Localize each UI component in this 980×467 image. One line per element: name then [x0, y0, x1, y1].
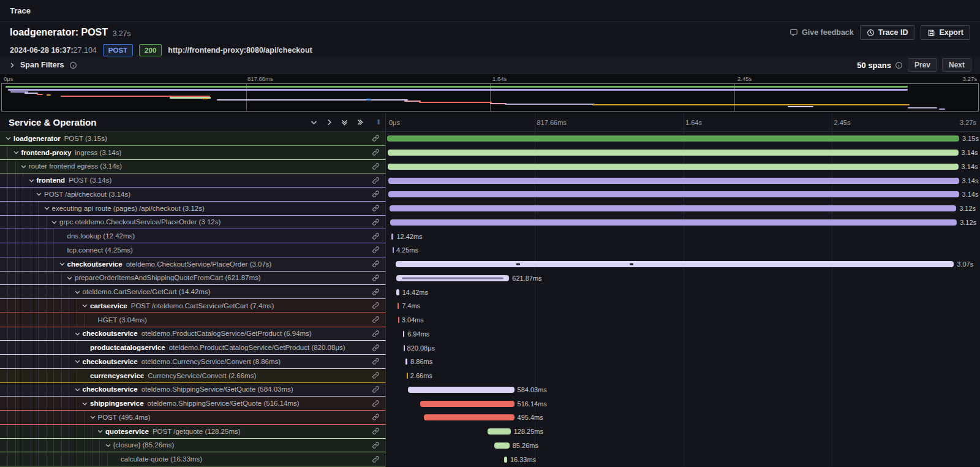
expander-chevron-icon[interactable] [20, 163, 29, 170]
duration-bar[interactable] [393, 247, 394, 253]
span-row[interactable]: POST (495.4ms)495.4ms [0, 411, 980, 425]
link-icon[interactable] [366, 411, 385, 424]
link-icon[interactable] [366, 173, 385, 187]
link-icon[interactable] [366, 243, 385, 257]
span-row-left[interactable]: prepareOrderItemsAndShippingQuoteFromCar… [0, 271, 386, 286]
span-row-left[interactable]: grpc.oteldemo.CheckoutService/PlaceOrder… [0, 216, 386, 230]
expander-chevron-icon[interactable] [74, 386, 83, 393]
span-row[interactable]: shippingserviceoteldemo.ShippingService/… [0, 397, 980, 411]
link-icon[interactable] [366, 355, 385, 368]
expander-chevron-icon[interactable] [81, 302, 90, 309]
expander-chevron-icon[interactable] [74, 358, 83, 365]
link-icon[interactable] [366, 341, 385, 354]
expand-all-icon[interactable] [341, 118, 349, 126]
link-icon[interactable] [366, 397, 385, 410]
link-icon[interactable] [366, 257, 385, 271]
link-icon[interactable] [366, 452, 385, 466]
give-feedback-button[interactable]: Give feedback [790, 28, 854, 37]
span-row[interactable]: checkoutserviceoteldemo.CurrencyService/… [0, 355, 980, 369]
span-row-left[interactable]: frontend-proxyingress (3.14s) [0, 146, 386, 160]
span-row-left[interactable]: shippingserviceoteldemo.ShippingService/… [0, 397, 386, 411]
duration-bar[interactable] [403, 331, 404, 337]
link-icon[interactable] [366, 299, 385, 313]
prev-span-button[interactable]: Prev [908, 58, 937, 72]
collapse-children-icon[interactable] [325, 118, 333, 126]
span-timeline-cell[interactable]: 3.14s [386, 160, 980, 174]
expander-chevron-icon[interactable] [13, 149, 21, 156]
link-icon[interactable] [366, 216, 385, 229]
span-row-left[interactable]: HGET (3.04ms) [0, 313, 386, 327]
span-timeline-cell[interactable]: 3.15s [386, 132, 980, 146]
span-row[interactable]: prepareOrderItemsAndShippingQuoteFromCar… [0, 271, 980, 286]
link-icon[interactable] [366, 146, 385, 159]
expander-chevron-icon[interactable] [74, 289, 83, 295]
duration-bar[interactable] [390, 219, 957, 226]
link-icon[interactable] [366, 313, 385, 327]
duration-bar[interactable] [388, 178, 959, 184]
span-row-left[interactable]: router frontend egress (3.14s) [0, 160, 386, 174]
link-icon[interactable] [366, 327, 385, 341]
span-row-left[interactable]: dns.lookup (12.42ms) [0, 229, 386, 243]
collapse-all-icon[interactable] [356, 118, 364, 126]
span-row[interactable]: currencyserviceCurrencyService/Convert (… [0, 369, 980, 383]
duration-bar[interactable] [407, 373, 408, 379]
duration-bar[interactable] [391, 234, 394, 240]
span-row-left[interactable]: checkoutserviceoteldemo.CheckoutService/… [0, 257, 386, 271]
span-timeline-cell[interactable]: 6.94ms [386, 327, 980, 341]
span-row[interactable]: productcatalogserviceoteldemo.ProductCat… [0, 341, 980, 355]
duration-bar[interactable] [494, 442, 510, 449]
trace-minimap[interactable]: 0μs 817.66ms 1.64s 2.45s 3.27s [0, 74, 980, 113]
span-timeline-cell[interactable]: 7.4ms [386, 299, 980, 313]
link-icon[interactable] [366, 188, 385, 201]
duration-bar[interactable] [396, 289, 399, 295]
span-row[interactable]: quoteservicePOST /getquote (128.25ms)128… [0, 425, 980, 439]
span-timeline-cell[interactable]: 516.14ms [386, 397, 980, 411]
span-row-left[interactable]: currencyserviceCurrencyService/Convert (… [0, 369, 386, 383]
span-timeline-cell[interactable]: 3.12s [386, 216, 980, 230]
span-timeline-cell[interactable]: 3.04ms [386, 313, 980, 327]
expander-chevron-icon[interactable] [36, 191, 44, 197]
span-timeline-cell[interactable]: 2.66ms [386, 369, 980, 383]
link-icon[interactable] [366, 202, 385, 215]
expander-chevron-icon[interactable] [59, 260, 67, 267]
span-row[interactable]: POST /api/checkout (3.14s)3.14s [0, 188, 980, 202]
span-timeline-cell[interactable]: 12.42ms [386, 229, 980, 243]
expander-chevron-icon[interactable] [28, 177, 37, 184]
span-row[interactable]: frontendPOST (3.14s)3.14s [0, 173, 980, 188]
span-row-left[interactable]: POST (495.4ms) [0, 411, 386, 425]
span-row[interactable]: dns.lookup (12.42ms)12.42ms [0, 229, 980, 243]
span-filters-label[interactable]: Span Filters [20, 61, 64, 69]
duration-bar[interactable] [388, 191, 959, 197]
duration-bar[interactable] [408, 387, 514, 393]
span-timeline-cell[interactable]: 128.25ms [386, 425, 980, 439]
minimap-viewport[interactable] [1, 83, 979, 112]
duration-bar[interactable] [398, 317, 399, 323]
span-row[interactable]: calculate-quote (16.33ms)16.33ms [0, 452, 980, 466]
link-icon[interactable] [366, 160, 385, 173]
span-timeline-cell[interactable]: 3.14s [386, 188, 980, 202]
export-button[interactable]: Export [921, 25, 970, 40]
duration-bar[interactable] [405, 359, 407, 365]
span-timeline-cell[interactable]: 3.12s [386, 202, 980, 216]
chevron-right-icon[interactable] [9, 62, 15, 69]
trace-id-button[interactable]: Trace ID [860, 25, 915, 40]
link-icon[interactable] [366, 369, 385, 382]
span-timeline-cell[interactable]: 621.87ms [386, 271, 980, 286]
span-timeline-cell[interactable]: 8.86ms [386, 355, 980, 369]
span-row-left[interactable]: executing api route (pages) /api/checkou… [0, 202, 386, 216]
span-row[interactable]: loadgeneratorPOST (3.15s)3.15s [0, 132, 980, 146]
span-row-left[interactable]: calculate-quote (16.33ms) [0, 452, 386, 466]
expander-chevron-icon[interactable] [81, 400, 90, 407]
span-row-left[interactable]: checkoutserviceoteldemo.CurrencyService/… [0, 355, 386, 369]
span-row-left[interactable]: tcp.connect (4.25ms) [0, 243, 386, 257]
duration-bar[interactable] [388, 150, 958, 156]
expand-children-icon[interactable] [310, 118, 318, 126]
span-timeline-cell[interactable]: 4.25ms [386, 243, 980, 257]
span-row[interactable]: frontend-proxyingress (3.14s)3.14s [0, 146, 980, 160]
expander-chevron-icon[interactable] [66, 275, 75, 281]
span-row[interactable]: {closure} (85.26ms)85.26ms [0, 439, 980, 453]
span-row[interactable]: router frontend egress (3.14s)3.14s [0, 160, 980, 174]
link-icon[interactable] [366, 383, 385, 397]
span-row-left[interactable]: oteldemo.CartService/GetCart (14.42ms) [0, 285, 386, 299]
span-row-left[interactable]: productcatalogserviceoteldemo.ProductCat… [0, 341, 386, 355]
